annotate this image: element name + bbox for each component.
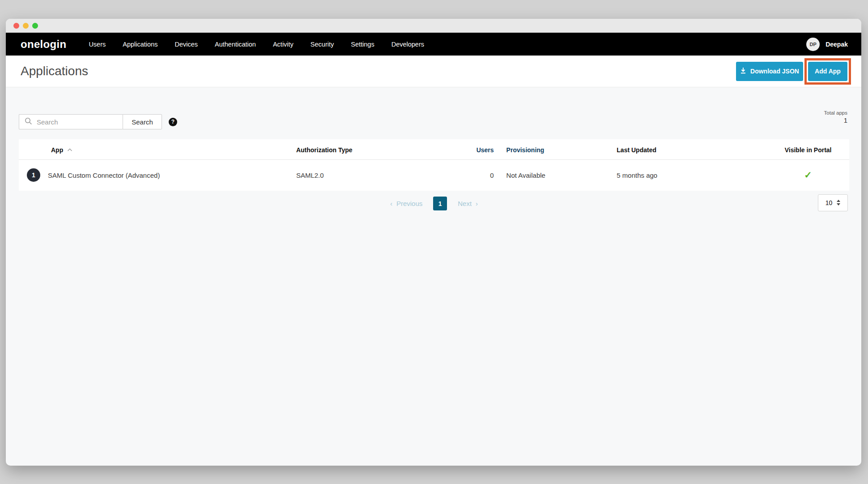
column-header-last-updated[interactable]: Last Updated [617, 139, 767, 160]
nav-item-activity[interactable]: Activity [273, 41, 294, 48]
window-titlebar [6, 19, 861, 33]
spinner-arrows-icon [837, 200, 840, 206]
top-navbar: onelogin Users Applications Devices Auth… [6, 33, 861, 56]
table-header-row: App Authorization Type Users Provisionin… [19, 139, 849, 160]
current-page-button[interactable]: 1 [433, 197, 447, 210]
users-count-cell: 0 [451, 160, 494, 191]
visible-check-icon: ✓ [804, 170, 812, 180]
applications-table-card: App Authorization Type Users Provisionin… [19, 139, 849, 191]
table-row[interactable]: 1 SAML Custom Connector (Advanced) SAML2… [19, 160, 849, 191]
add-app-button[interactable]: Add App [808, 62, 847, 81]
nav-item-authentication[interactable]: Authentication [215, 41, 256, 48]
nav-menu: Users Applications Devices Authenticatio… [89, 41, 424, 48]
onelogin-logo[interactable]: onelogin [21, 38, 66, 51]
app-cell[interactable]: 1 SAML Custom Connector (Advanced) [19, 168, 296, 182]
total-apps-value: 1 [824, 116, 847, 124]
user-name: Deepak [825, 41, 848, 48]
total-apps: Total apps 1 [824, 110, 847, 124]
search-icon [25, 117, 32, 127]
browser-window: onelogin Users Applications Devices Auth… [6, 19, 861, 466]
nav-item-developers[interactable]: Developers [391, 41, 424, 48]
last-updated-cell: 5 months ago [617, 160, 767, 191]
sort-ascending-icon [67, 146, 72, 153]
authorization-type-cell: SAML2.0 [296, 160, 451, 191]
close-window-button[interactable] [13, 23, 19, 29]
previous-page-button[interactable]: ‹ Previous [390, 200, 422, 207]
chevron-left-icon: ‹ [390, 200, 392, 207]
applications-table: App Authorization Type Users Provisionin… [19, 139, 849, 191]
search-field [19, 114, 123, 129]
nav-item-security[interactable]: Security [311, 41, 334, 48]
column-header-authorization-type[interactable]: Authorization Type [296, 139, 451, 160]
column-header-users[interactable]: Users [451, 139, 494, 160]
download-json-label: Download JSON [750, 68, 799, 75]
page-size-select[interactable]: 10 [818, 194, 848, 211]
provisioning-cell: Not Available [494, 160, 617, 191]
chevron-right-icon: › [476, 200, 478, 207]
minimize-window-button[interactable] [23, 23, 29, 29]
row-index-badge: 1 [27, 168, 40, 182]
header-actions: Download JSON Add App [736, 58, 851, 85]
toolbar-row: Search ? Total apps 1 [19, 114, 849, 129]
zoom-window-button[interactable] [32, 23, 38, 29]
search-input[interactable] [37, 118, 115, 126]
page-title: Applications [21, 64, 88, 78]
search-button[interactable]: Search [123, 114, 162, 129]
applications-content: Search ? Total apps 1 App [6, 114, 861, 212]
nav-item-applications[interactable]: Applications [123, 41, 157, 48]
next-page-button[interactable]: Next › [458, 200, 478, 207]
highlight-annotation-box: Add App [804, 58, 851, 85]
column-header-provisioning[interactable]: Provisioning [494, 139, 617, 160]
nav-item-devices[interactable]: Devices [174, 41, 198, 48]
column-header-app[interactable]: App [19, 139, 296, 160]
avatar[interactable]: DP [806, 38, 820, 51]
user-menu[interactable]: DP Deepak [806, 38, 848, 51]
download-icon [740, 67, 746, 75]
pagination: ‹ Previous 1 Next › 10 [19, 195, 849, 212]
total-apps-label: Total apps [824, 110, 847, 116]
page-size-value: 10 [825, 199, 833, 206]
column-header-visible-in-portal[interactable]: Visible in Portal [767, 139, 849, 160]
page-header: Applications Download JSON Add App [6, 56, 861, 87]
help-icon[interactable]: ? [169, 118, 177, 126]
nav-item-settings[interactable]: Settings [351, 41, 374, 48]
nav-item-users[interactable]: Users [89, 41, 106, 48]
app-name[interactable]: SAML Custom Connector (Advanced) [48, 171, 160, 179]
search-group: Search [19, 114, 162, 129]
download-json-button[interactable]: Download JSON [736, 62, 803, 81]
